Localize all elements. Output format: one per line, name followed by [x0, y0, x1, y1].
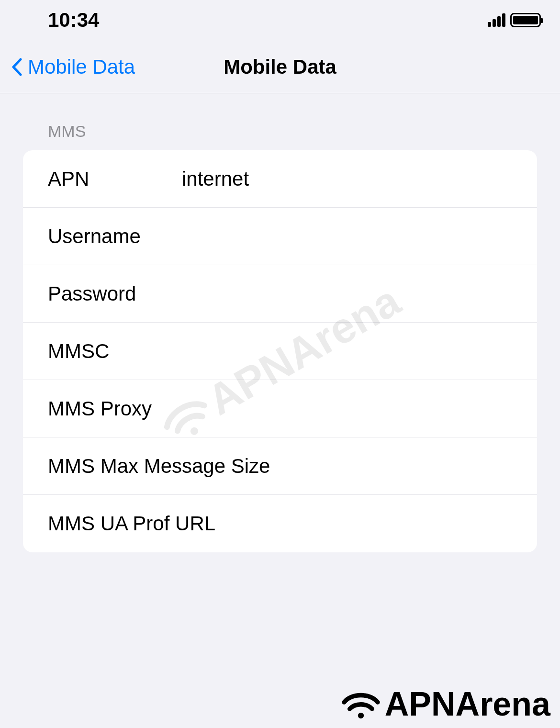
- input-mms-proxy[interactable]: [182, 397, 537, 420]
- label-mms-ua: MMS UA Prof URL: [48, 512, 215, 535]
- wifi-icon: [339, 687, 382, 721]
- row-mms-proxy[interactable]: MMS Proxy: [23, 380, 537, 437]
- settings-group: APN Username Password MMSC MMS Proxy MMS…: [23, 150, 537, 552]
- label-mmsc: MMSC: [48, 340, 182, 363]
- status-bar: 10:34: [0, 0, 560, 36]
- input-username[interactable]: [182, 225, 537, 248]
- label-mms-proxy: MMS Proxy: [48, 397, 182, 420]
- watermark-bottom: APNArena: [339, 685, 550, 723]
- status-time: 10:34: [19, 9, 99, 32]
- input-mmsc[interactable]: [182, 340, 537, 363]
- input-apn[interactable]: [182, 168, 537, 190]
- navigation-bar: Mobile Data Mobile Data: [0, 36, 560, 93]
- row-mms-max[interactable]: MMS Max Message Size: [23, 437, 537, 495]
- cellular-signal-icon: [488, 13, 505, 27]
- input-password[interactable]: [182, 282, 537, 305]
- svg-point-1: [358, 713, 364, 718]
- label-apn: APN: [48, 168, 182, 190]
- back-label: Mobile Data: [28, 56, 135, 78]
- label-mms-max: MMS Max Message Size: [48, 455, 270, 478]
- battery-icon: [510, 13, 541, 27]
- input-mms-ua[interactable]: [215, 512, 537, 535]
- label-username: Username: [48, 225, 182, 248]
- section-header-mms: MMS: [23, 122, 537, 150]
- row-username[interactable]: Username: [23, 208, 537, 265]
- status-indicators: [488, 13, 541, 27]
- content-area: MMS APN Username Password MMSC MMS Proxy…: [0, 93, 560, 552]
- row-mmsc[interactable]: MMSC: [23, 323, 537, 380]
- row-apn[interactable]: APN: [23, 150, 537, 208]
- label-password: Password: [48, 282, 182, 305]
- chevron-left-icon: [10, 56, 24, 78]
- page-title: Mobile Data: [224, 56, 336, 78]
- input-mms-max[interactable]: [270, 455, 537, 478]
- row-password[interactable]: Password: [23, 265, 537, 323]
- back-button[interactable]: Mobile Data: [10, 56, 135, 78]
- row-mms-ua[interactable]: MMS UA Prof URL: [23, 495, 537, 552]
